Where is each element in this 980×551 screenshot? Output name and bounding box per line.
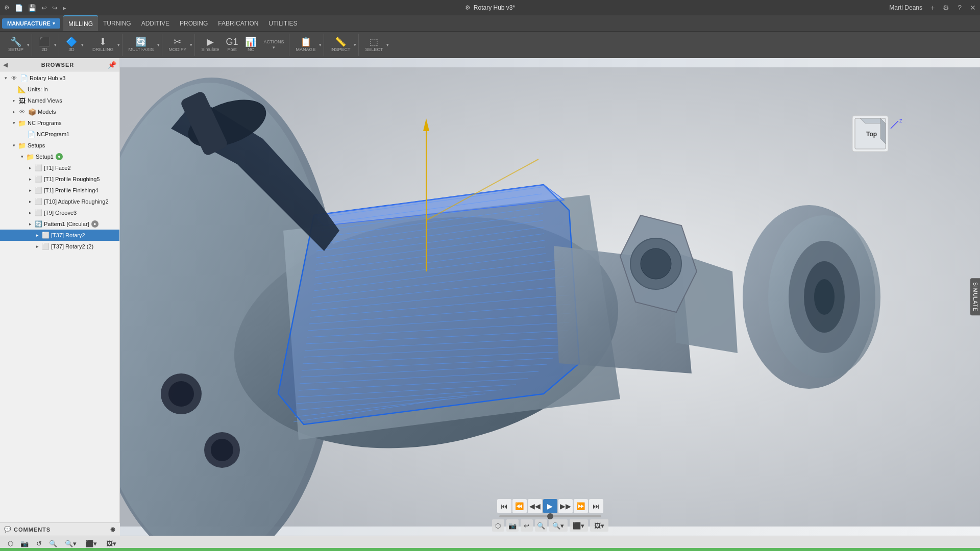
tab-additive[interactable]: ADDITIVE: [136, 15, 175, 31]
svg-point-7: [211, 439, 233, 461]
vp-zoom-icon[interactable]: 🔍: [535, 519, 547, 532]
label-units: Units: in: [28, 86, 48, 92]
2d-arrow[interactable]: ▾: [54, 42, 57, 47]
simulate-tab[interactable]: SIMULATE: [970, 278, 980, 315]
pattern1-icon: 🔄: [34, 219, 43, 229]
label-ncprogram1: NCProgram1: [37, 131, 69, 137]
playback-slider-thumb[interactable]: [547, 513, 553, 519]
drilling-icon: ⬇: [99, 37, 107, 46]
settings-icon[interactable]: ⚙: [943, 4, 949, 12]
vp-camera-icon[interactable]: 📷: [506, 519, 519, 532]
setup-new-btn[interactable]: 🔧 SETUP: [5, 35, 27, 55]
tree-arrow-groove3: ▸: [27, 210, 34, 215]
tree-item-setups[interactable]: ▾ 📁 Setups: [0, 140, 119, 151]
3d-btn[interactable]: 🔷 3D: [62, 35, 81, 55]
tree-item-groove3[interactable]: ▸ ⬜ [T9] Groove3: [0, 207, 119, 218]
tree-item-pattern1-circular[interactable]: ▸ 🔄 Pattern1 [Circular] ●: [0, 218, 119, 230]
select-icon: ⬚: [370, 37, 378, 46]
tab-turning[interactable]: TURNING: [98, 15, 136, 31]
comments-bar: 💬 COMMENTS ◉: [0, 522, 120, 536]
tab-probing[interactable]: PROBING: [175, 15, 213, 31]
collapse-browser-icon[interactable]: ◀: [3, 61, 8, 68]
named-views-icon: 🖼: [17, 96, 27, 105]
new-doc-icon[interactable]: 📄: [15, 4, 23, 12]
tree-item-models[interactable]: ▸ 👁 📦 Models: [0, 106, 119, 117]
undo-icon[interactable]: ↩: [41, 4, 47, 12]
tree-item-t1-face2[interactable]: ▸ ⬜ [T1] Face2: [0, 162, 119, 173]
manufacture-dropdown[interactable]: MANUFACTURE ▾: [2, 18, 60, 29]
modify-arrow[interactable]: ▾: [190, 42, 192, 47]
window-title: ⚙ Rotary Hub v3*: [465, 4, 515, 11]
label-t1-face2: [T1] Face2: [44, 165, 71, 171]
vp-undo-icon[interactable]: ↩: [521, 519, 533, 532]
inspect-label: INSPECT: [330, 47, 350, 52]
select-btn[interactable]: ⬚ SELECT: [362, 35, 386, 55]
tree-item-setup1[interactable]: ▾ 📁 Setup1 ●: [0, 151, 119, 162]
more-icon[interactable]: ▸: [63, 4, 66, 12]
multiaxis-btn[interactable]: 🔄 MULTI-AXIS: [126, 35, 157, 55]
toolbar-group-select: ⬚ SELECT ▾: [360, 34, 391, 56]
tree-item-units[interactable]: ▸ 📐 Units: in: [0, 84, 119, 95]
profile-roughing5-icon: ⬜: [34, 174, 43, 184]
setup-icon: 🔧: [10, 37, 21, 46]
tree-item-adaptive-roughing2[interactable]: ▸ ⬜ [T10] Adaptive Roughing2: [0, 196, 119, 207]
btn-next-fast[interactable]: ⏩: [574, 499, 588, 513]
btn-next[interactable]: ▶▶: [558, 499, 573, 513]
playback-progress-bar[interactable]: [499, 515, 601, 517]
tree-item-named-views[interactable]: ▸ 🖼 Named Views: [0, 95, 119, 106]
select-label: SELECT: [365, 47, 383, 52]
multiaxis-arrow[interactable]: ▾: [157, 42, 160, 47]
manage-arrow[interactable]: ▾: [319, 42, 322, 47]
post-process-btn[interactable]: G1 Post: [223, 35, 241, 55]
3d-model-svg: Top Z: [120, 58, 980, 536]
vp-display-icon[interactable]: ⬛▾: [570, 519, 588, 532]
drilling-btn[interactable]: ⬇ DRILLING: [89, 35, 117, 55]
drilling-arrow[interactable]: ▾: [117, 42, 120, 47]
browser-tree: ▾ 👁 📄 Rotary Hub v3 ▸ 📐 Units: in ▸ 🖼 Na…: [0, 71, 119, 522]
help-icon[interactable]: ?: [958, 4, 962, 12]
svg-point-5: [168, 381, 194, 407]
vp-grid-icon[interactable]: ⬡: [492, 519, 504, 532]
inspect-arrow[interactable]: ▾: [354, 42, 356, 47]
tree-item-t37-rotary2-2[interactable]: ▸ ⬜ [T37] Rotary2 (2): [0, 241, 119, 252]
select-arrow[interactable]: ▾: [386, 42, 389, 47]
vp-zoom-dropdown-icon[interactable]: 🔍▾: [549, 519, 568, 532]
redo-icon[interactable]: ↪: [52, 4, 58, 12]
tree-item-t1-profile-finishing4[interactable]: ▸ ⬜ [T1] Profile Finishing4: [0, 185, 119, 196]
3d-arrow[interactable]: ▾: [81, 42, 84, 47]
tree-item-nc-programs[interactable]: ▾ 📁 NC Programs: [0, 117, 119, 129]
tree-item-ncprogram1[interactable]: ▸ 📄 NCProgram1: [0, 129, 119, 140]
new-window-icon[interactable]: +: [930, 4, 935, 12]
2d-btn[interactable]: ⬛ 2D: [35, 35, 54, 55]
modify-btn[interactable]: ✂ MODIFY: [165, 35, 189, 55]
close-button[interactable]: ✕: [970, 4, 976, 12]
tree-item-rotary-hub[interactable]: ▾ 👁 📄 Rotary Hub v3: [0, 72, 119, 84]
save-icon[interactable]: 💾: [28, 4, 36, 12]
btn-prev-fast[interactable]: ⏪: [512, 499, 527, 513]
btn-first[interactable]: ⏮: [497, 499, 511, 513]
title-icon: ⚙: [465, 4, 471, 11]
btn-prev[interactable]: ◀◀: [528, 499, 542, 513]
tree-item-t1-profile-roughing5[interactable]: ▸ ⬜ [T1] Profile Roughing5: [0, 173, 119, 185]
btn-last[interactable]: ⏭: [589, 499, 603, 513]
tab-utilities[interactable]: UTILITIES: [263, 15, 302, 31]
btn-play[interactable]: ▶: [543, 499, 557, 513]
viewport[interactable]: Top Z ⏮ ⏪ ◀◀ ▶: [120, 58, 980, 536]
3d-label: 3D: [68, 47, 75, 52]
setup-arrow[interactable]: ▾: [27, 42, 30, 47]
manage-btn[interactable]: 📋 MANAGE: [292, 35, 318, 55]
nc-statistics-btn[interactable]: 📊 NC: [241, 35, 260, 55]
tree-item-t37-rotary2[interactable]: ▸ ⬜ [T37] Rotary2: [0, 230, 119, 241]
comments-pin[interactable]: ◉: [110, 526, 116, 533]
modify-label: MODIFY: [168, 47, 186, 52]
inspect-btn[interactable]: 📏 INSPECT: [327, 35, 353, 55]
tab-fabrication[interactable]: FABRICATION: [213, 15, 263, 31]
tab-milling[interactable]: MILLING: [63, 15, 98, 31]
actions-btn[interactable]: ACTIONS ▾: [260, 35, 287, 55]
pin-browser-icon[interactable]: 📌: [108, 61, 116, 69]
simulate-btn[interactable]: ▶ Simulate: [198, 35, 222, 55]
multiaxis-label: MULTI-AXIS: [129, 47, 154, 52]
vp-effects-icon[interactable]: 🖼▾: [590, 519, 608, 532]
t37-rotary2-2-icon: ⬜: [41, 242, 50, 251]
label-profile-finishing4: [T1] Profile Finishing4: [44, 187, 98, 193]
